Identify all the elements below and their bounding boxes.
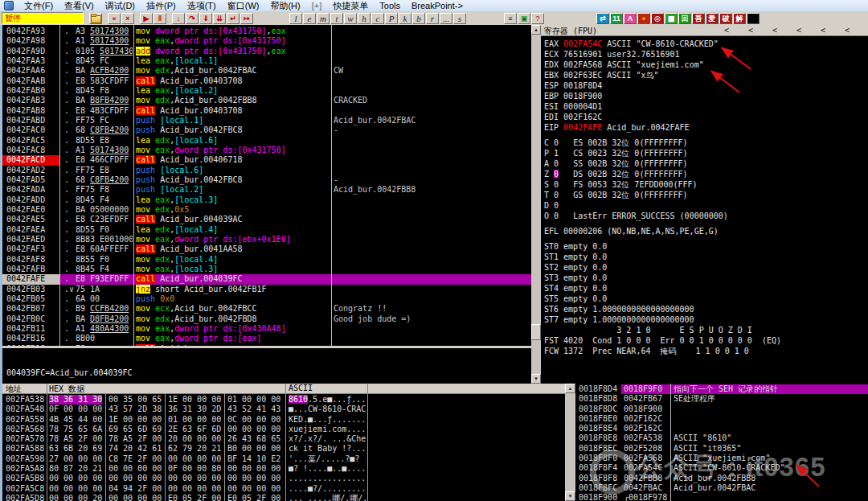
step-over-button[interactable]: ↷: [186, 13, 199, 24]
scroll-up-button[interactable]: ▲: [531, 25, 541, 35]
window-button-h[interactable]: h: [358, 13, 371, 24]
plugin-button-6[interactable]: 回: [678, 13, 691, 24]
register-row-ecx[interactable]: ECX 76516901 user32.76516901: [544, 49, 868, 60]
disasm-row[interactable]: 0042FB05.6A 00push 0x0: [2, 294, 531, 304]
disasm-row[interactable]: 0042FB16.8B00mov eax,dword ptr ds:[eax]: [2, 334, 531, 343]
disassembly-panel[interactable]: 0042FA93.A3 50174300mov dword ptr ds:[0x…: [2, 25, 531, 346]
register-row-edi[interactable]: EDI 002F162C: [544, 112, 868, 122]
plugin-button-8[interactable]: 爱: [706, 13, 719, 24]
disasm-row[interactable]: 0042FAED.8B83 E001000mov eax,dword ptr d…: [2, 235, 531, 244]
flag-row-p[interactable]: P 1 CS 0023 32位 0(FFFFFFFF): [544, 148, 868, 158]
flag-row-c[interactable]: C 0 ES 002B 32位 0(FFFFFFFF): [544, 138, 868, 148]
fpu-st-row-7[interactable]: ST7 empty 1.0000000000000000000: [544, 314, 868, 325]
disasm-row[interactable]: 0042FAB8.E8 4B3CFDFFcall Acid_bur.004037…: [2, 106, 531, 116]
disasm-row[interactable]: 0042FAF8.8B55 F0mov edx,[local.4]: [2, 255, 531, 265]
disasm-row[interactable]: 0042FAEA.8D55 F0lea edx,[local.4]: [2, 225, 531, 235]
run-button[interactable]: ▶: [140, 13, 153, 24]
stack-row[interactable]: 0018F8F4002FA54CASCII "CW-8610-CRACKED": [575, 463, 868, 473]
plugin-button-7[interactable]: 吾: [692, 13, 705, 24]
register-row-esp[interactable]: ESP 0018F8D4: [544, 80, 868, 91]
disasm-row[interactable]: 0042FAFE.E8 F93EFDFFcall Acid_bur.004039…: [2, 274, 531, 284]
window-button-P[interactable]: P: [385, 13, 398, 24]
register-row-eax[interactable]: EAX 002FA54C ASCII "CW-8610-CRACKED": [544, 39, 868, 49]
appearance-button[interactable]: ▣: [518, 13, 530, 24]
fpu-st-row-1[interactable]: ST1 empty 0.0: [544, 252, 868, 262]
menu-item[interactable]: 帮助(H): [264, 0, 305, 11]
flag-row-z[interactable]: Z 0 DS 002B 32位 0(FFFFFFFF): [544, 169, 868, 179]
scroll-down-button[interactable]: ▼: [565, 491, 575, 501]
disasm-row[interactable]: 0042FAE0.BA 05000000mov edx,0x5: [2, 205, 531, 215]
collapse-chevron-icon[interactable]: <: [821, 26, 825, 35]
disasm-row[interactable]: 0042FAA3.8D45 FClea eax,[local.1]: [2, 56, 531, 66]
disasm-row[interactable]: 0042FAD2.FF75 E8push [local.6]: [2, 166, 531, 175]
menu-item[interactable]: 文件(F): [18, 0, 59, 11]
fpu-fcw-row[interactable]: FCW 1372 Prec NEAR,64 掩码 1 1 0 0 1 0: [544, 346, 868, 356]
collapse-chevron-icon[interactable]: <: [724, 26, 729, 35]
help-button[interactable]: ?: [531, 13, 544, 24]
dump-row[interactable]: 002FA59827 00 00 00C8 7E 2F 0000 00 00 0…: [2, 454, 565, 464]
flag-row-s[interactable]: S 0 FS 0053 32位 7EFDD000(FFF): [544, 179, 868, 190]
flag-row-d[interactable]: D 0: [544, 200, 868, 211]
pause-button[interactable]: ‖: [154, 13, 166, 24]
fpu-st-row-5[interactable]: ST5 empty 0.0: [544, 294, 868, 304]
disasm-row[interactable]: 0042FAFB.8B45 F4mov eax,[local.3]: [2, 265, 531, 274]
flag-row-a[interactable]: A 0 SS 002B 32位 0(FFFFFFFF): [544, 158, 868, 169]
disasm-row[interactable]: 0042FB11.A1 480A4300mov eax,dword ptr ds…: [2, 324, 531, 334]
stack-row[interactable]: 0018F8FC0042FBACAcid_bur.0042FBAC: [575, 483, 868, 493]
register-row-ebp[interactable]: EBP 0018F900: [544, 91, 868, 101]
scroll-thumb[interactable]: [531, 324, 541, 340]
dump-row[interactable]: 002FA5480F 00 00 0043 57 2D 3836 31 30 2…: [2, 404, 565, 414]
menu-item[interactable]: [+]: [306, 0, 328, 11]
menu-item[interactable]: 查看(V): [59, 0, 100, 11]
plugin-button-2[interactable]: A: [624, 13, 637, 24]
plugin-button-0[interactable]: ⇄: [596, 13, 609, 24]
flag-row-o[interactable]: O 0 LastErr ERROR_SUCCESS (00000000): [544, 211, 868, 221]
disasm-row[interactable]: 0042FABD.FF75 FCpush [local.1]Acid_bur.0…: [2, 116, 531, 125]
stack-row[interactable]: 0018F8F80042FBB8Acid_bur.0042FBB8: [575, 474, 868, 483]
stack-panel[interactable]: 0018F8D40018F9F0指向下一个 SEH 记录的指针0018F8D80…: [575, 384, 868, 501]
dump-row[interactable]: 002FA5D800 00 00 2000 00 00 00E0 05 2F 0…: [2, 494, 565, 501]
plugin-button-3[interactable]: ●: [637, 13, 650, 24]
disasm-row[interactable]: 0042FA9D.0105 5017430add dword ptr ds:[0…: [2, 47, 531, 56]
window-button-b[interactable]: b: [412, 13, 425, 24]
plugin-button-11[interactable]: [747, 13, 760, 24]
menu-item[interactable]: Tools: [374, 0, 406, 11]
eflags-row[interactable]: EFL 00000206 (NO,NB,NE,A,NS,PE,GE,G): [544, 226, 868, 236]
window-button-t[interactable]: t: [330, 13, 343, 24]
stack-row[interactable]: 0018F8F0002FA568ASCII "xuejiemi.com": [575, 454, 868, 463]
execute-till-return-button[interactable]: ↦: [240, 13, 253, 24]
window-button-dotdotdot[interactable]: ...: [440, 13, 452, 24]
fpu-st-row-0[interactable]: ST0 empty 0.0: [544, 241, 868, 252]
disasm-row[interactable]: 0042FB07.B9 CCFB4200mov ecx,Acid_bur.004…: [2, 304, 531, 314]
open-file-button[interactable]: [89, 13, 102, 24]
disasm-row[interactable]: 0042FAB3.BA B8FB4200mov edx,Acid_bur.004…: [2, 96, 531, 105]
menu-item[interactable]: 快捷菜单: [327, 0, 374, 11]
plugin-button-1[interactable]: 11: [610, 13, 623, 24]
disasm-row[interactable]: 0042FA93.A3 50174300mov dword ptr ds:[0x…: [2, 27, 531, 36]
disasm-row[interactable]: 0042FAD5.68 C8FB4200push Acid_bur.0042FB…: [2, 175, 531, 185]
collapse-chevron-icon[interactable]: <: [845, 26, 850, 35]
dump-row[interactable]: 002FA56878 75 65 6A69 65 6D 692E 63 6F 6…: [2, 425, 565, 434]
plugin-button-10[interactable]: 解: [733, 13, 746, 24]
animate-over-button[interactable]: ⇊: [213, 13, 226, 24]
dump-row[interactable]: 002FA57878 A5 2F 0078 A5 2F 0020 00 00 0…: [2, 434, 565, 444]
window-button-k[interactable]: k: [399, 13, 411, 24]
menu-item[interactable]: 选项(T): [182, 0, 222, 11]
register-row-edx[interactable]: EDX 002FA568 ASCII "xuejiemi.com": [544, 60, 868, 70]
register-row-eip[interactable]: EIP 0042FAFE Acid_bur.0042FAFE: [544, 122, 868, 133]
animate-into-button[interactable]: ⇓: [199, 13, 212, 24]
window-button-c[interactable]: c: [371, 13, 384, 24]
scroll-down-button[interactable]: ▼: [531, 374, 541, 384]
step-into-button[interactable]: ↓: [172, 13, 185, 24]
window-button-l[interactable]: l: [289, 13, 302, 24]
stack-row[interactable]: 0018F8E0002F162C: [575, 414, 868, 424]
plugin-button-5[interactable]: ▦: [665, 13, 678, 24]
window-button-s[interactable]: s: [453, 13, 466, 24]
disasm-row[interactable]: 0042FAF3.E8 60AFFEFFcall Acid_bur.0041AA…: [2, 244, 531, 254]
disasm-row[interactable]: 0042FB03.∨75 1Ajnz short Acid_bur.0042FB…: [2, 285, 531, 294]
fpu-st-row-4[interactable]: ST4 empty 0.0: [544, 283, 868, 294]
stack-row[interactable]: 0018F8EC002F5208ASCII "it0365": [575, 444, 868, 454]
disasm-row[interactable]: 0042FB0C.BA D8FB4200mov edx,Acid_bur.004…: [2, 314, 531, 324]
fpu-st-row-2[interactable]: ST2 empty 0.0: [544, 262, 868, 273]
collapse-chevron-icon[interactable]: <: [796, 26, 801, 35]
